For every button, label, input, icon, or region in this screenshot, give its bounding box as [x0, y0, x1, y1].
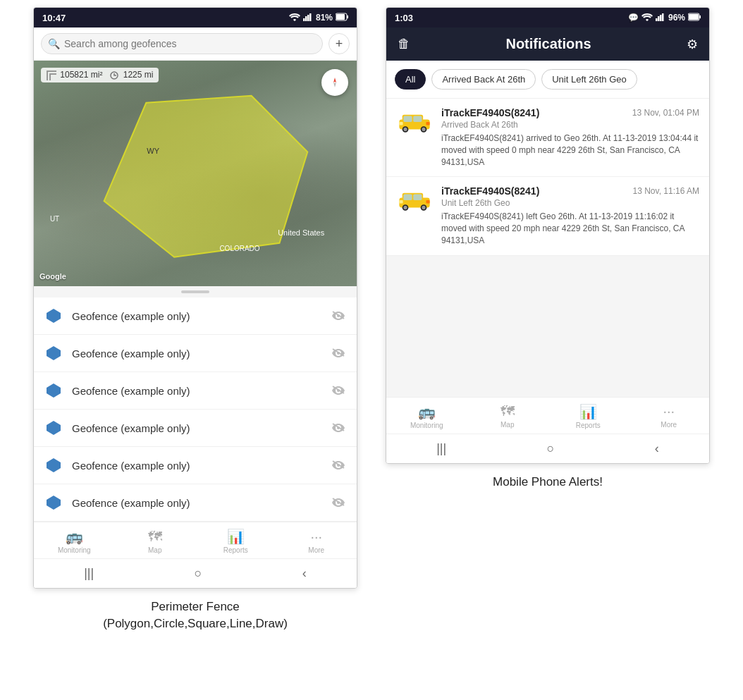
geofence-list-item[interactable]: Geofence (example only) — [34, 410, 357, 447]
svg-marker-13 — [47, 346, 61, 360]
notification-content: iTrackEF4940S(8241) 13 Nov, 11:16 AM Uni… — [441, 185, 699, 246]
visibility-icon[interactable] — [331, 383, 345, 398]
svg-rect-6 — [336, 14, 345, 20]
right-recent-apps-button[interactable]: ||| — [436, 441, 446, 456]
right-time: 1:03 — [395, 13, 413, 23]
nav-label: Map — [148, 546, 161, 554]
filter-tab-arrived-back-at-26th[interactable]: Arrived Back At 26th — [431, 69, 536, 90]
nav-label: Map — [501, 421, 514, 429]
notification-top-row: iTrackEF4940S(8241) 13 Nov, 11:16 AM — [441, 185, 699, 197]
right-battery-icon — [688, 13, 701, 23]
vehicle-image — [396, 185, 433, 212]
left-nav-item-reports[interactable]: 📊 Reports — [214, 528, 257, 554]
map-label-us: United States — [278, 228, 324, 237]
geofence-name: Geofence (example only) — [72, 348, 321, 360]
geofence-name: Geofence (example only) — [72, 422, 321, 434]
svg-marker-9 — [333, 78, 336, 82]
svg-marker-21 — [47, 496, 61, 510]
geofence-icon — [45, 494, 62, 511]
svg-rect-2 — [307, 15, 309, 21]
svg-rect-26 — [662, 13, 664, 21]
right-nav-item-map[interactable]: 🗺 Map — [486, 403, 529, 429]
home-button[interactable]: ○ — [195, 566, 202, 581]
empty-notification-area — [386, 256, 709, 397]
right-back-button[interactable]: ‹ — [655, 441, 659, 456]
svg-rect-49 — [426, 200, 429, 203]
map-label-ut: UT — [50, 215, 59, 223]
left-status-icons: 81% — [289, 13, 348, 23]
notification-body: iTrackEF4940S(8241) arrived to Geo 26th.… — [441, 133, 699, 168]
svg-marker-8 — [104, 96, 308, 257]
right-status-bar: 1:03 💬 96% — [386, 8, 709, 27]
notifications-header: 🗑 Notifications ⚙ — [386, 27, 709, 61]
geofence-icon — [45, 345, 62, 362]
chat-icon: 💬 — [628, 13, 639, 23]
right-nav-item-reports[interactable]: 📊 Reports — [567, 403, 609, 429]
svg-rect-24 — [658, 16, 660, 21]
visibility-icon[interactable] — [331, 346, 345, 361]
notification-top-row: iTrackEF4940S(8241) 13 Nov, 01:04 PM — [441, 107, 699, 118]
right-android-nav: ||| ○ ‹ — [386, 434, 709, 463]
geofence-icon — [45, 307, 62, 324]
svg-rect-43 — [413, 194, 422, 200]
svg-rect-33 — [413, 116, 422, 122]
filter-tab-unit-left-26th-geo[interactable]: Unit Left 26th Geo — [541, 69, 637, 90]
notification-body: iTrackEF4940S(8241) left Geo 26th. At 11… — [441, 211, 699, 246]
right-nav-item-monitoring[interactable]: 🚌 Monitoring — [405, 403, 448, 429]
svg-rect-38 — [399, 122, 403, 125]
back-button[interactable]: ‹ — [302, 566, 307, 581]
geofence-list-item[interactable]: Geofence (example only) — [34, 447, 357, 484]
right-signal-icon — [656, 13, 665, 23]
recent-apps-button[interactable]: ||| — [84, 566, 94, 581]
svg-rect-23 — [656, 18, 658, 21]
svg-point-37 — [422, 128, 425, 131]
geofence-polygon — [34, 61, 357, 285]
nav-label: Reports — [223, 546, 248, 554]
delete-button[interactable]: 🗑 — [398, 37, 410, 51]
search-input[interactable] — [41, 33, 323, 54]
svg-point-35 — [403, 128, 407, 131]
compass-button[interactable] — [321, 69, 348, 96]
geofence-icon — [45, 419, 62, 436]
right-phone: 1:03 💬 96% 🗑 Notifications ⚙ All — [386, 7, 710, 491]
geofence-name: Geofence (example only) — [72, 310, 321, 322]
settings-button[interactable]: ⚙ — [687, 37, 698, 52]
notification-time: 13 Nov, 01:04 PM — [632, 108, 699, 118]
visibility-icon[interactable] — [331, 458, 345, 473]
search-icon: 🔍 — [48, 38, 60, 49]
right-nav-item-more[interactable]: ··· More — [648, 403, 690, 429]
svg-rect-29 — [689, 14, 699, 20]
scroll-dot — [181, 290, 209, 293]
battery-icon — [336, 13, 348, 23]
visibility-icon[interactable] — [331, 496, 345, 510]
visibility-icon[interactable] — [331, 309, 345, 324]
left-nav-item-monitoring[interactable]: 🚌 Monitoring — [53, 528, 95, 554]
filter-tab-all[interactable]: All — [395, 69, 426, 90]
left-nav-item-map[interactable]: 🗺 Map — [134, 529, 176, 554]
nav-icon: 📊 — [227, 528, 245, 545]
visibility-icon[interactable] — [331, 421, 345, 436]
geofence-list-item[interactable]: Geofence (example only) — [34, 335, 357, 372]
geofence-list: Geofence (example only) Geofence (exampl… — [34, 297, 357, 522]
wifi-icon — [289, 13, 300, 23]
svg-rect-32 — [403, 116, 412, 122]
left-nav-item-more[interactable]: ··· More — [295, 529, 338, 554]
notification-item[interactable]: iTrackEF4940S(8241) 13 Nov, 11:16 AM Uni… — [386, 177, 709, 255]
add-geofence-button[interactable]: + — [328, 33, 350, 54]
svg-rect-25 — [660, 15, 662, 21]
right-home-button[interactable]: ○ — [547, 441, 555, 456]
svg-marker-17 — [47, 421, 61, 435]
geofence-list-item[interactable]: Geofence (example only) — [34, 372, 357, 410]
geofence-list-item[interactable]: Geofence (example only) — [34, 297, 357, 335]
left-phone: 10:47 81% 🔍 + — [33, 7, 357, 632]
nav-label: More — [661, 421, 677, 429]
left-battery: 81% — [316, 13, 333, 23]
svg-point-47 — [422, 206, 425, 209]
svg-marker-11 — [47, 309, 61, 323]
nav-icon: 📊 — [579, 403, 597, 420]
right-status-icons: 💬 96% — [628, 13, 701, 23]
notification-item[interactable]: iTrackEF4940S(8241) 13 Nov, 01:04 PM Arr… — [386, 99, 709, 177]
map-area[interactable]: 105821 mi² 1225 mi WY United States COLO… — [34, 61, 357, 286]
geofence-list-item[interactable]: Geofence (example only) — [34, 484, 357, 522]
notification-list: iTrackEF4940S(8241) 13 Nov, 01:04 PM Arr… — [386, 99, 709, 256]
